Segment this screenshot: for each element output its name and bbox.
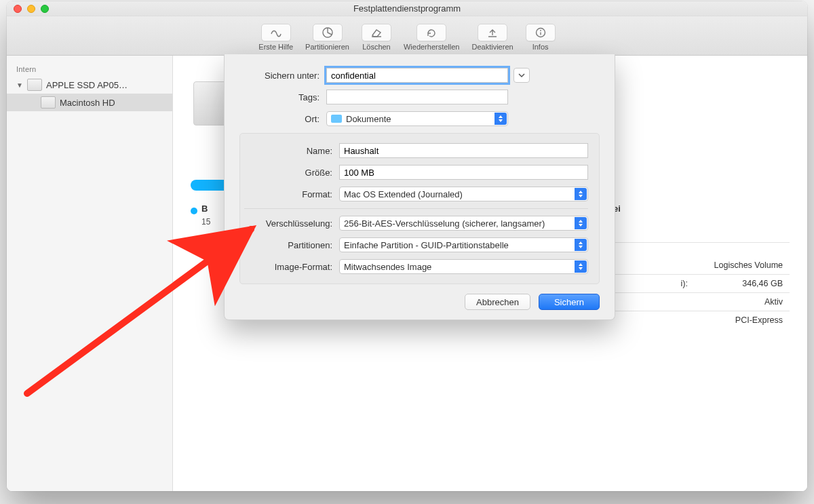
image-name-input[interactable]: [339, 143, 588, 158]
location-value: Dokumente: [346, 114, 391, 124]
partitions-value: Einfache Partition - GUID-Partitionstabe…: [344, 240, 583, 250]
select-stepper-icon: [575, 239, 587, 251]
format-label: Format:: [244, 189, 339, 199]
cancel-button-label: Abbrechen: [476, 297, 519, 307]
image-format-label: Image-Format:: [244, 262, 339, 272]
image-format-value: Mitwachsendes Image: [344, 262, 583, 272]
tags-input[interactable]: [326, 90, 508, 104]
window-title: Festplattendienstprogramm: [7, 3, 807, 14]
disk-icon: [27, 79, 42, 91]
size-label: Größe:: [244, 168, 339, 178]
restore-icon: [416, 24, 446, 41]
toolbar: Erste Hilfe Partitionieren Löschen Wiede…: [7, 16, 807, 56]
sidebar-item-label: APPLE SSD AP05…: [46, 80, 166, 90]
save-button-label: Sichern: [554, 297, 584, 307]
folder-icon: [331, 115, 342, 123]
info-value: PCI-Express: [695, 311, 790, 330]
main-content: B 15 Frei 343,51 GB Logisches Volume i):…: [173, 56, 807, 491]
encryption-select[interactable]: 256-Bit-AES-Verschlüsselung (sicherer, l…: [339, 216, 588, 231]
location-select[interactable]: Dokumente: [326, 111, 508, 126]
partition-icon: [313, 24, 343, 41]
image-settings-panel: Name: Größe: Format: Mac OS Extended (Jo…: [239, 133, 600, 284]
location-label: Ort:: [239, 114, 326, 124]
volume-icon: [41, 96, 56, 109]
name-label: Name:: [244, 146, 339, 156]
partitions-select[interactable]: Einfache Partition - GUID-Partitionstabe…: [339, 237, 588, 252]
app-window: Festplattendienstprogramm Erste Hilfe Pa…: [7, 1, 807, 491]
format-value: Mac OS Extended (Journaled): [344, 189, 583, 199]
save-as-label: Sichern unter:: [239, 71, 326, 81]
save-button[interactable]: Sichern: [539, 294, 600, 310]
select-stepper-icon: [495, 113, 507, 125]
toolbar-item-label: Erste Hilfe: [258, 43, 293, 51]
legend-used-label: B: [201, 203, 208, 214]
toolbar-item-label: Wiederherstellen: [404, 43, 460, 51]
legend-dot-icon: [191, 208, 197, 214]
toolbar-item-label: Partitionieren: [305, 43, 349, 51]
sidebar-item-label: Macintosh HD: [60, 98, 166, 108]
save-sheet: Sichern unter: Tags: Ort: Dokumente: [224, 54, 615, 320]
info-value: Aktiv: [695, 293, 790, 311]
partitions-label: Partitionen:: [244, 240, 339, 250]
image-format-select[interactable]: Mitwachsendes Image: [339, 259, 588, 274]
legend-used-value: 15: [201, 217, 210, 227]
sidebar: Intern ▼ APPLE SSD AP05… Macintosh HD: [7, 56, 173, 491]
toolbar-item-label: Infos: [532, 43, 549, 51]
cancel-button[interactable]: Abbrechen: [465, 294, 530, 310]
chevron-down-icon: [518, 72, 526, 79]
image-size-input[interactable]: [339, 165, 588, 180]
toolbar-item-label: Deaktivieren: [471, 43, 513, 51]
select-stepper-icon: [575, 188, 587, 200]
toolbar-restore[interactable]: Wiederherstellen: [404, 24, 460, 51]
save-as-input[interactable]: [326, 68, 508, 83]
toolbar-item-label: Löschen: [362, 43, 391, 51]
sidebar-item-volume[interactable]: Macintosh HD: [7, 94, 172, 111]
encryption-label: Verschlüsselung:: [244, 218, 339, 229]
sidebar-section-header: Intern: [7, 62, 172, 76]
svg-point-2: [540, 30, 541, 31]
toolbar-first-aid[interactable]: Erste Hilfe: [258, 24, 293, 51]
expand-save-panel-button[interactable]: [513, 68, 530, 83]
info-icon: [526, 24, 556, 41]
titlebar: Festplattendienstprogramm: [7, 1, 807, 16]
select-stepper-icon: [575, 217, 587, 229]
window-body: Intern ▼ APPLE SSD AP05… Macintosh HD B …: [7, 56, 807, 491]
toolbar-info[interactable]: Infos: [526, 24, 556, 51]
info-value: 346,46 GB: [695, 275, 790, 293]
unmount-icon: [478, 24, 507, 41]
first-aid-icon: [261, 24, 291, 41]
toolbar-erase[interactable]: Löschen: [362, 24, 391, 51]
sidebar-item-physical-disk[interactable]: ▼ APPLE SSD AP05…: [7, 76, 172, 94]
toolbar-partition[interactable]: Partitionieren: [305, 24, 349, 51]
toolbar-unmount[interactable]: Deaktivieren: [471, 24, 513, 51]
info-value: Logisches Volume: [695, 256, 790, 275]
tags-label: Tags:: [239, 92, 326, 102]
disclosure-triangle-icon[interactable]: ▼: [16, 81, 23, 89]
select-stepper-icon: [575, 260, 587, 273]
panel-divider: [244, 208, 588, 209]
erase-icon: [362, 24, 391, 41]
format-select[interactable]: Mac OS Extended (Journaled): [339, 187, 588, 201]
encryption-value: 256-Bit-AES-Verschlüsselung (sicherer, l…: [344, 218, 583, 229]
